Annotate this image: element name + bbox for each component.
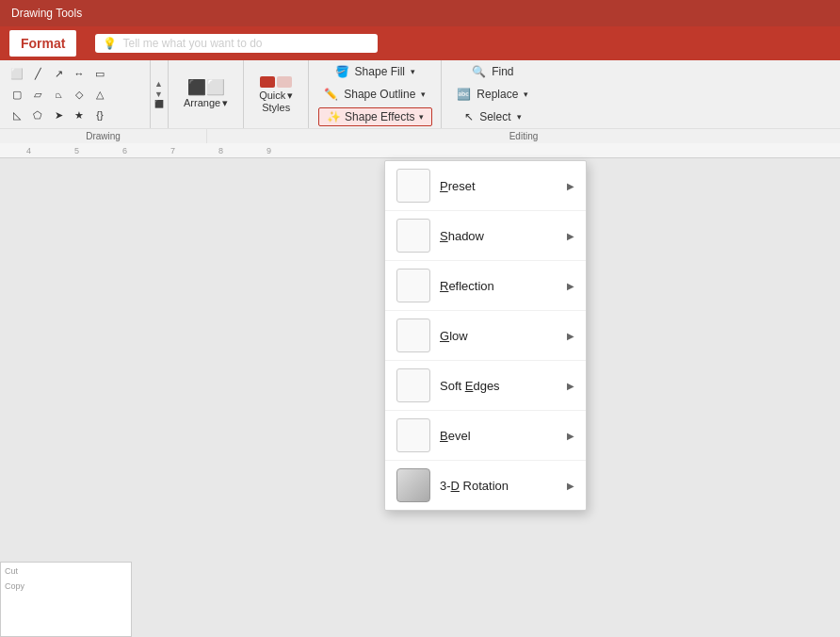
arrange-section: ⬛⬜ Arrange ▾ bbox=[169, 60, 244, 128]
text-box-tool[interactable]: ⬜ bbox=[8, 64, 26, 83]
triangle-tool[interactable]: △ bbox=[90, 85, 109, 104]
shape-effects-arrow-icon: ▾ bbox=[419, 112, 424, 122]
search-placeholder-text: Tell me what you want to do bbox=[122, 37, 262, 50]
find-label: Find bbox=[492, 65, 513, 78]
lightbulb-icon: 💡 bbox=[103, 37, 117, 50]
reflection-icon bbox=[396, 269, 430, 302]
ruler-mark-6: 6 bbox=[122, 146, 127, 155]
shape-outline-label: Shape Outline bbox=[344, 88, 415, 101]
replace-button[interactable]: 🔤 Replace ▾ bbox=[449, 85, 536, 104]
shape-outline-button[interactable]: ✏️ Shape Outline ▾ bbox=[316, 85, 433, 104]
find-icon: 🔍 bbox=[472, 65, 486, 78]
quick-styles-section: Quick ▾ Styles bbox=[244, 60, 309, 128]
ruler-mark-4: 4 bbox=[26, 146, 31, 155]
drawing-section-label: Drawing bbox=[0, 129, 207, 143]
chevron-tool[interactable]: ➤ bbox=[49, 106, 68, 124]
shadow-label: Shadow bbox=[440, 229, 557, 243]
quick-styles-arrow-icon: ▾ bbox=[287, 90, 293, 102]
shape-fill-label: Shape Fill bbox=[355, 65, 405, 78]
shape-fill-icon: 🪣 bbox=[335, 65, 349, 78]
shape-fill-button[interactable]: 🪣 Shape Fill ▾ bbox=[328, 62, 423, 81]
replace-label: Replace bbox=[477, 88, 518, 101]
ruler-mark-9: 9 bbox=[267, 146, 271, 155]
toolbar-inner: ⬜ ╱ ↗ ↔ ▭ ▢ ▱ ⏢ ◇ △ ◺ ⬠ ➤ ★ {} ▲ bbox=[0, 60, 840, 128]
bevel-label: Bevel bbox=[440, 429, 557, 443]
bracket-tool[interactable]: {} bbox=[90, 106, 109, 124]
slide-preview: Cut Copy bbox=[0, 562, 132, 637]
menu-item-glow[interactable]: Glow ▶ bbox=[385, 311, 586, 361]
shape-effects-icon: ✨ bbox=[327, 110, 341, 123]
bevel-icon bbox=[396, 418, 430, 452]
pentagon-tool[interactable]: ⬠ bbox=[28, 106, 47, 124]
menu-item-3d-rotation[interactable]: 3-D Rotation ▶ bbox=[385, 461, 586, 510]
ruler-mark-8: 8 bbox=[218, 146, 223, 155]
shape-outline-icon: ✏️ bbox=[324, 88, 338, 101]
preset-arrow-icon: ▶ bbox=[567, 181, 574, 191]
shadow-arrow-icon: ▶ bbox=[567, 231, 574, 241]
right-triangle-tool[interactable]: ◺ bbox=[8, 106, 26, 124]
3d-rotation-icon bbox=[396, 468, 430, 502]
star-tool[interactable]: ★ bbox=[70, 106, 89, 124]
menu-item-soft-edges[interactable]: Soft Edges ▶ bbox=[385, 361, 586, 411]
ribbon-search[interactable]: 💡 Tell me what you want to do bbox=[95, 34, 378, 53]
preset-label: Preset bbox=[440, 179, 557, 193]
menu-item-shadow[interactable]: Shadow ▶ bbox=[385, 211, 586, 261]
glow-icon bbox=[396, 318, 430, 352]
slide-cut-label: Cut bbox=[1, 563, 131, 580]
quick-styles-label: Quick bbox=[259, 90, 285, 101]
shape-effects-button[interactable]: ✨ Shape Effects ▾ bbox=[318, 107, 432, 126]
shape-tools-grid: ⬜ ╱ ↗ ↔ ▭ ▢ ▱ ⏢ ◇ △ ◺ ⬠ ➤ ★ {} bbox=[8, 64, 109, 124]
soft-edges-label: Soft Edges bbox=[440, 379, 557, 393]
glow-arrow-icon: ▶ bbox=[567, 331, 574, 341]
bevel-arrow-icon: ▶ bbox=[567, 431, 574, 441]
slide-copy-label: Copy bbox=[1, 580, 131, 593]
quick-styles-label2: Styles bbox=[262, 102, 290, 113]
drawing-tools-section: ⬜ ╱ ↗ ↔ ▭ ▢ ▱ ⏢ ◇ △ ◺ ⬠ ➤ ★ {} bbox=[0, 60, 151, 128]
replace-arrow-icon: ▾ bbox=[524, 90, 528, 99]
ruler-mark-7: 7 bbox=[170, 146, 175, 155]
shape-effects-label: Shape Effects bbox=[345, 110, 415, 123]
arrow-tool[interactable]: ↗ bbox=[49, 64, 68, 83]
arrange-label: Arrange bbox=[184, 97, 220, 108]
scroll-arrows[interactable]: ▲ ▼ ⬛ bbox=[153, 78, 166, 110]
arrange-button[interactable]: ⬛⬜ Arrange ▾ bbox=[176, 76, 235, 113]
soft-edges-arrow-icon: ▶ bbox=[567, 381, 574, 391]
menu-item-bevel[interactable]: Bevel ▶ bbox=[385, 411, 586, 461]
find-button[interactable]: 🔍 Find bbox=[464, 62, 521, 81]
select-button[interactable]: ↖ Select ▾ bbox=[457, 107, 528, 126]
reflection-arrow-icon: ▶ bbox=[567, 281, 574, 291]
arrange-arrow-icon: ▾ bbox=[222, 97, 228, 109]
select-label: Select bbox=[479, 110, 510, 123]
rect-tool[interactable]: ▭ bbox=[90, 64, 109, 83]
shape-options-section: 🪣 Shape Fill ▾ ✏️ Shape Outline ▾ ✨ Shap… bbox=[309, 60, 442, 128]
toolbar: ⬜ ╱ ↗ ↔ ▭ ▢ ▱ ⏢ ◇ △ ◺ ⬠ ➤ ★ {} ▲ bbox=[0, 60, 840, 143]
reflection-label: Reflection bbox=[440, 279, 557, 293]
shape-effects-dropdown: Preset ▶ Shadow ▶ Reflection ▶ Glow ▶ So… bbox=[384, 160, 587, 511]
select-icon: ↖ bbox=[464, 110, 474, 123]
shape-fill-arrow-icon: ▾ bbox=[411, 67, 415, 76]
shadow-icon bbox=[396, 219, 430, 253]
preset-icon bbox=[396, 169, 430, 203]
trapezoid-tool[interactable]: ⏢ bbox=[49, 85, 68, 104]
replace-icon: 🔤 bbox=[457, 88, 471, 101]
parallelogram-tool[interactable]: ▱ bbox=[28, 85, 47, 104]
tab-format[interactable]: Format bbox=[9, 30, 76, 57]
rounded-rect-tool[interactable]: ▢ bbox=[8, 85, 26, 104]
editing-section: 🔍 Find 🔤 Replace ▾ ↖ Select ▾ bbox=[442, 60, 543, 128]
ribbon: Format 💡 Tell me what you want to do bbox=[0, 26, 840, 60]
ruler-mark-5: 5 bbox=[74, 146, 79, 155]
3d-rotation-arrow-icon: ▶ bbox=[567, 481, 574, 491]
select-arrow-icon: ▾ bbox=[517, 112, 522, 122]
diamond-tool[interactable]: ◇ bbox=[70, 85, 89, 104]
menu-item-reflection[interactable]: Reflection ▶ bbox=[385, 261, 586, 311]
double-arrow-tool[interactable]: ↔ bbox=[70, 64, 89, 83]
menu-item-preset[interactable]: Preset ▶ bbox=[385, 161, 586, 211]
3d-rotation-label: 3-D Rotation bbox=[440, 479, 557, 493]
shape-outline-arrow-icon: ▾ bbox=[421, 90, 426, 99]
quick-styles-button[interactable]: Quick ▾ Styles bbox=[251, 73, 300, 117]
title-text: Drawing Tools bbox=[11, 7, 82, 20]
glow-label: Glow bbox=[440, 329, 557, 343]
ruler: 4 5 6 7 8 9 bbox=[0, 143, 840, 158]
line-tool[interactable]: ╱ bbox=[28, 64, 47, 83]
soft-edges-icon bbox=[396, 368, 430, 402]
